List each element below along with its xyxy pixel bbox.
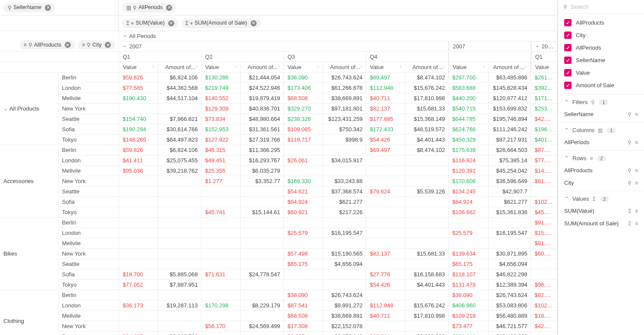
chip-allproducts[interactable]: ≡ ⚲ AllProducts ✕: [19, 40, 75, 50]
table-row[interactable]: ClothingBerlin$38.090$26,743.624$38.090$…: [0, 290, 557, 300]
drop-item[interactable]: City ⚲ ≡: [564, 177, 638, 189]
chip-sum-value[interactable]: Σ ▾ SUM(Value) ✕: [122, 19, 179, 28]
chip-remove-icon[interactable]: ✕: [168, 20, 174, 26]
table-row[interactable]: New York$129.309$40,836.701$329.270$97,1…: [0, 104, 557, 114]
sigma-icon[interactable]: Σ: [628, 208, 631, 214]
sort-asc-icon[interactable]: ↑: [234, 64, 237, 69]
header-year-2007-total[interactable]: 2007: [449, 41, 531, 52]
checkbox-checked-icon[interactable]: ✓: [564, 44, 572, 51]
filter-icon[interactable]: ⚲: [628, 168, 631, 174]
field-row[interactable]: ✓ City: [558, 29, 644, 41]
header-amount[interactable]: Amount of...↑: [405, 62, 449, 73]
filters-drop-zone[interactable]: ⚲ SellerName ✕: [0, 0, 119, 15]
drop-item[interactable]: SellerName ⚲ ≡: [564, 108, 638, 120]
row-city[interactable]: London: [59, 228, 119, 238]
sort-asc-icon[interactable]: ↑: [443, 64, 445, 69]
section-header-rows[interactable]: Rows ≡ 2: [564, 155, 638, 161]
table-row[interactable]: New York$1.277$3,352.77$169.330$33,243.8…: [0, 176, 557, 186]
table-row[interactable]: Mellvile$95.036$39,218.762$25.355$6,035.…: [0, 166, 557, 176]
row-city[interactable]: Tokyo: [59, 135, 119, 145]
field-row[interactable]: ✓ AllPeriods: [558, 41, 644, 54]
header-year-2008[interactable]: 2008: [531, 41, 557, 52]
table-row[interactable]: London$36.173$19,287.113$170.298$8,229.1…: [0, 300, 557, 311]
table-row[interactable]: Sofia$18.700$5,885.068$71.631$24,778.547…: [0, 269, 557, 280]
row-city[interactable]: New York: [59, 249, 119, 259]
row-city[interactable]: Mellvile: [59, 166, 119, 176]
drag-handle-icon[interactable]: ≡: [635, 180, 638, 186]
chip-remove-icon[interactable]: ✕: [105, 42, 111, 48]
table-row[interactable]: Seattle$65.175$4,656.094$65.175$4,656.09…: [0, 259, 557, 269]
search-input[interactable]: [571, 3, 643, 10]
table-row[interactable]: New York$56.170$24,569.499$17.308$22,152…: [0, 321, 557, 332]
row-city[interactable]: Berlin: [59, 218, 119, 228]
row-city[interactable]: Seattle: [59, 114, 119, 124]
header-quarter[interactable]: Q2: [201, 52, 284, 62]
table-row[interactable]: Sofia$84.924$621.277$84.924$621.277$102.…: [0, 197, 557, 207]
chip-sellername[interactable]: ⚲ SellerName ✕: [3, 3, 55, 13]
sort-asc-icon[interactable]: ↑: [399, 64, 402, 69]
table-row[interactable]: London$77.585$44,362.568$219.749$24,522.…: [0, 83, 557, 93]
chip-remove-icon[interactable]: ✕: [251, 20, 257, 26]
sort-asc-icon[interactable]: ↑: [360, 64, 363, 69]
table-row[interactable]: AccessoriesBerlin$59.826$6,824.106$46.31…: [0, 145, 557, 155]
row-city[interactable]: Mellvile: [59, 238, 119, 249]
header-amount[interactable]: Amount of...↑: [323, 62, 367, 73]
table-row[interactable]: Mellvile$68.508$38,669.891$40.711$17,810…: [0, 311, 557, 321]
header-amount[interactable]: Amount of ...↑: [489, 62, 531, 73]
drag-handle-icon[interactable]: ≡: [635, 168, 638, 174]
header-value[interactable]: Value↑: [366, 62, 405, 73]
row-city[interactable]: Mellvile: [59, 93, 119, 104]
chip-sum-amount[interactable]: Σ ▾ SUM(Amount of Sale) ✕: [181, 19, 261, 28]
chip-city[interactable]: ≡ ⚲ City ✕: [78, 40, 116, 50]
table-row[interactable]: Tokyo$77.052$7,987.951$54.426$4,401.443$…: [0, 280, 557, 290]
chip-remove-icon[interactable]: ✕: [65, 42, 71, 48]
field-row[interactable]: ✓ Amount of Sale: [558, 79, 644, 92]
header-value[interactable]: Value↑: [449, 62, 488, 73]
table-row[interactable]: London$41.411$25,075.455$49.451$16,293.7…: [0, 155, 557, 166]
chip-remove-icon[interactable]: ✕: [166, 5, 172, 11]
row-city[interactable]: Seattle: [59, 186, 119, 197]
row-city[interactable]: New York: [59, 104, 119, 114]
row-city[interactable]: Tokyo: [59, 207, 119, 218]
sort-asc-icon[interactable]: ↑: [525, 64, 528, 69]
table-row[interactable]: London$25.579$16,195.547$25.579$16,195.5…: [0, 228, 557, 238]
chip-allperiods[interactable]: ▥ ⚲ AllPeriods ✕: [122, 3, 176, 13]
row-city[interactable]: Berlin: [59, 73, 119, 83]
drag-handle-icon[interactable]: ≡: [635, 208, 638, 214]
header-quarter[interactable]: Q1: [531, 52, 557, 62]
header-quarter[interactable]: Q3: [284, 52, 366, 62]
chip-remove-icon[interactable]: ✕: [45, 5, 51, 11]
field-row[interactable]: ✓ SellerName: [558, 54, 644, 66]
field-row[interactable]: ✓ Value: [558, 66, 644, 79]
checkbox-checked-icon[interactable]: ✓: [564, 82, 572, 89]
field-row[interactable]: ✓ AllProducts: [558, 16, 644, 29]
checkbox-checked-icon[interactable]: ✓: [564, 19, 572, 26]
row-city[interactable]: New York: [59, 176, 119, 186]
table-row[interactable]: Seattle$94.265$3,613.791$9.085$6,056.149…: [0, 332, 557, 335]
row-city[interactable]: Berlin: [59, 145, 119, 155]
values-drop-zone[interactable]: Σ ▾ SUM(Value) ✕ Σ ▾ SUM(Amount of Sale)…: [119, 16, 557, 31]
header-year-2007[interactable]: 2007: [119, 41, 449, 52]
checkbox-checked-icon[interactable]: ✓: [564, 69, 572, 76]
dropdown-icon[interactable]: ▾: [131, 21, 134, 26]
row-city[interactable]: Sofia: [59, 269, 119, 280]
sort-asc-icon[interactable]: ↑: [152, 64, 154, 69]
dropdown-icon[interactable]: ▾: [190, 21, 193, 26]
header-value[interactable]: Value↑: [201, 62, 240, 73]
table-row[interactable]: New York$57.498$15,190.565$82.137$15,681…: [0, 249, 557, 259]
drag-handle-icon[interactable]: ≡: [635, 139, 638, 145]
drop-item[interactable]: AllPeriods ⚲ ≡: [564, 136, 638, 149]
table-row[interactable]: Tokyo$148.265$64,497.823$127.922$27,319.…: [0, 135, 557, 145]
section-header-filters[interactable]: Filters ⚲ 1: [564, 99, 638, 105]
filter-icon[interactable]: ⚲: [628, 180, 631, 186]
header-all-periods[interactable]: All Periods: [119, 31, 557, 41]
header-quarter[interactable]: Q4: [366, 52, 449, 62]
section-header-columns[interactable]: Columns ▥ 1: [564, 127, 638, 133]
checkbox-checked-icon[interactable]: ✓: [564, 32, 572, 39]
header-amount[interactable]: Amount of...↑: [241, 62, 284, 73]
filter-icon[interactable]: ⚲: [628, 111, 631, 117]
table-row[interactable]: Sofia$190.294$30,614.766$152.953$31,361.…: [0, 124, 557, 135]
row-city[interactable]: London: [59, 300, 119, 311]
row-product[interactable]: ⌄ All Products: [0, 73, 59, 145]
row-city[interactable]: Seattle: [59, 259, 119, 269]
